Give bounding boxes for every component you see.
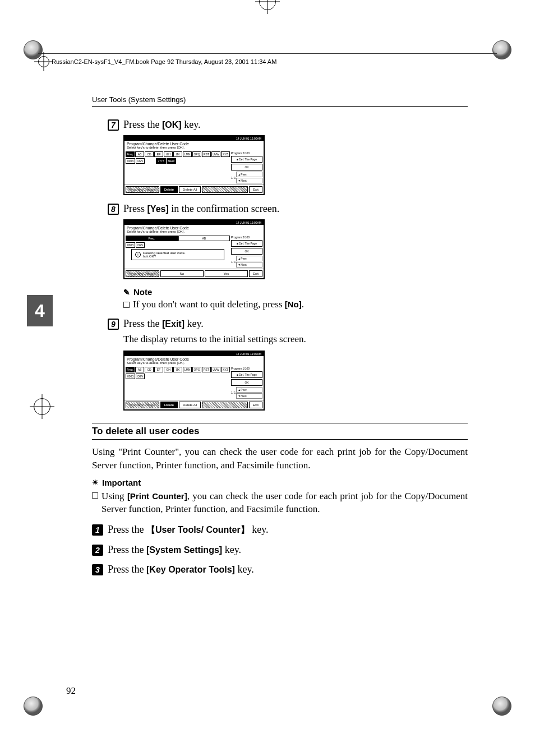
user-code-cell[interactable]: 0003	[126, 374, 135, 379]
tab-freq[interactable]: Freq.	[126, 367, 135, 372]
page-content: User Tools (System Settings) 7 Press the…	[92, 95, 468, 579]
alpha-tabs: Freq. AB CD EF GH IJK LMN OPQ RST UVW XY…	[126, 151, 230, 157]
step-pre: Press the	[108, 564, 146, 575]
tab-freq[interactable]: Freq.	[126, 151, 135, 157]
tab-freq: Freq.	[126, 236, 178, 241]
delete-page-button[interactable]: ■ Del. The Page	[231, 371, 262, 378]
step-text: Press the [OK] key.	[123, 119, 200, 131]
tab-ef[interactable]: EF	[154, 367, 163, 372]
tab-ijk[interactable]: IJK	[173, 367, 182, 372]
step-text: Press the [Exit] key.	[123, 318, 204, 330]
user-name-cell: DEV	[136, 242, 145, 248]
note-bullet: If you don't want to quit deleting, pres…	[123, 299, 468, 310]
print-counter-key: [Print Counter]	[127, 491, 187, 501]
shot-timestamp: 14 JUN 01 12:00AM	[236, 352, 261, 356]
screenshot-after-delete: 14 JUN 01 12:00AM Program/Change/Delete …	[123, 351, 265, 411]
delete-page-button[interactable]: ■ Del. The Page	[231, 156, 262, 163]
exit-button[interactable]: Exit	[249, 186, 262, 193]
program-change-button[interactable]: Program/Change	[126, 186, 159, 193]
exit-button[interactable]: Exit	[249, 402, 262, 408]
step-a1: 1 Press the 【User Tools/ Counter】 key.	[92, 524, 468, 536]
tab-rst[interactable]: RST	[202, 367, 211, 372]
tab-ab[interactable]: AB	[135, 151, 144, 157]
user-code-cell[interactable]: 0003	[126, 158, 135, 164]
ok-button[interactable]: OK	[231, 379, 262, 386]
tab-ef[interactable]: EF	[154, 151, 163, 157]
step-a2: 2 Press the [System Settings] key.	[92, 544, 468, 556]
shot-title: Program/Change/Delete User Code	[124, 141, 264, 146]
program-change-button: Program/Change	[126, 270, 159, 277]
tab-cd[interactable]: CD	[145, 367, 154, 372]
important-heading: ✴ Important	[92, 478, 468, 487]
next-button[interactable]: ▼Next	[236, 178, 262, 183]
note-text-pre: If you don't want to quit deleting, pres…	[133, 299, 285, 310]
step-text: Press [Yes] in the confirmation screen.	[123, 203, 279, 215]
step-pre: Press the	[108, 544, 146, 555]
user-name-cell[interactable]: DEV	[136, 374, 145, 379]
tab-uvw[interactable]: UVW	[211, 367, 220, 372]
prev-button[interactable]: ▲Prev.	[236, 172, 262, 177]
tab-lmn[interactable]: LMN	[183, 367, 192, 372]
tab-gh[interactable]: GH	[164, 367, 173, 372]
important-bullet: Using [Print Counter], you can check the…	[92, 490, 468, 517]
selected-name[interactable]: NEW	[167, 158, 177, 164]
next-button[interactable]: ▼Next	[236, 393, 262, 399]
tab-cd[interactable]: CD	[145, 151, 154, 157]
program-label: Program	[231, 236, 242, 239]
spacer-button	[202, 186, 248, 193]
tab-xyz[interactable]: XYZ	[221, 367, 230, 372]
ok-key-label: [OK]	[162, 120, 182, 130]
selected-code[interactable]: 7777	[156, 158, 165, 164]
step-post: key.	[185, 318, 204, 329]
program-count: 2/100	[243, 236, 250, 239]
system-settings-key: [System Settings]	[146, 545, 222, 555]
no-button[interactable]: No	[160, 270, 204, 277]
page-indicator: 1/ 1	[231, 391, 236, 394]
step-text: Press the 【User Tools/ Counter】 key.	[108, 524, 269, 536]
page-number: 92	[66, 685, 76, 697]
program-count: 2/100	[243, 151, 250, 155]
pencil-icon: ✎	[123, 288, 130, 297]
program-change-button[interactable]: Program/Change	[126, 402, 159, 408]
delete-button[interactable]: Delete	[160, 186, 178, 193]
step-9-body: The display returns to the initial setti…	[123, 333, 468, 346]
shot-timestamp: 14 JUN 01 12:00AM	[236, 221, 261, 224]
tab-uvw[interactable]: UVW	[211, 151, 220, 157]
chapter-tab: 4	[27, 295, 53, 326]
tab-gh[interactable]: GH	[164, 151, 173, 157]
delete-button[interactable]: Delete	[160, 402, 178, 408]
delete-all-button[interactable]: Delete All	[179, 186, 201, 193]
user-name-cell[interactable]: DEV	[136, 158, 145, 164]
tab-opq[interactable]: OPQ	[192, 367, 201, 372]
user-tools-counter-key: User Tools/ Counter	[155, 525, 241, 534]
bullet-icon	[123, 302, 130, 308]
key-operator-tools-key: [Key Operator Tools]	[146, 565, 235, 574]
tab-ab: AB	[178, 236, 230, 241]
important-heading-text: Important	[102, 478, 141, 487]
yes-button[interactable]: Yes	[205, 270, 248, 277]
step-number-icon: 7	[108, 119, 119, 131]
tab-rst[interactable]: RST	[202, 151, 211, 157]
tab-ab[interactable]: AB	[135, 367, 144, 372]
tab-lmn[interactable]: LMN	[183, 151, 192, 157]
step-number-icon: 1	[92, 524, 103, 536]
tab-opq[interactable]: OPQ	[192, 151, 201, 157]
user-code-cell: 0003	[126, 242, 135, 248]
tab-xyz[interactable]: XYZ	[221, 151, 230, 157]
no-key-label: [No]	[285, 299, 302, 309]
dialog-question: Is it OK?	[143, 255, 156, 258]
tab-ijk[interactable]: IJK	[173, 151, 182, 157]
note-heading-text: Note	[133, 287, 152, 297]
step-a3: 3 Press the [Key Operator Tools] key.	[92, 564, 468, 575]
ok-button[interactable]: OK	[231, 164, 262, 170]
step-number-icon: 9	[108, 319, 119, 330]
prev-button[interactable]: ▲Prev.	[236, 387, 262, 393]
shot-subtitle: Select key's to delete, then press [OK].	[124, 230, 264, 234]
corner-dot-br	[492, 697, 511, 716]
step-pre: Press the	[108, 524, 146, 535]
registration-mark-left	[34, 398, 50, 415]
running-head: User Tools (System Settings)	[92, 95, 468, 107]
delete-all-button[interactable]: Delete All	[179, 402, 201, 408]
step-text: Press the [Key Operator Tools] key.	[108, 564, 254, 575]
step-9: 9 Press the [Exit] key.	[108, 318, 468, 330]
